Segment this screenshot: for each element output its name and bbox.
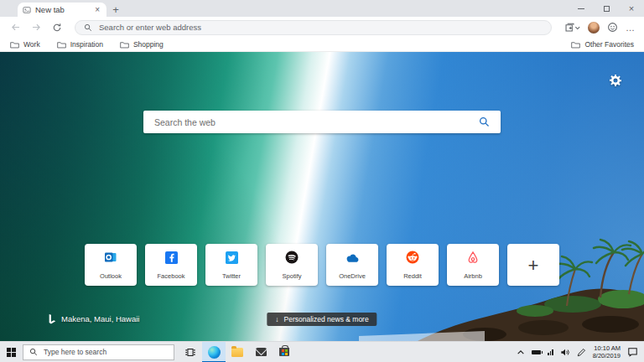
forward-button[interactable] <box>29 21 43 34</box>
newtab-favicon-icon <box>23 6 31 14</box>
taskbar-search-box[interactable] <box>23 344 174 360</box>
down-arrow-icon: ↓ <box>275 315 278 323</box>
start-button[interactable] <box>0 342 23 362</box>
profile-avatar[interactable] <box>588 20 600 35</box>
favorite-folder-work[interactable]: Work <box>10 40 40 49</box>
tile-outlook[interactable]: Outlook <box>85 244 137 286</box>
tile-label: Spotify <box>283 272 302 280</box>
favorite-folder-shopping[interactable]: Shopping <box>120 40 164 49</box>
system-tray: 10:10 AM 8/20/2019 <box>517 344 644 359</box>
task-view-button[interactable] <box>179 342 202 362</box>
settings-menu-button[interactable]: … <box>626 20 636 35</box>
taskbar-file-explorer-button[interactable] <box>226 342 249 362</box>
new-tab-button[interactable]: + <box>106 3 125 17</box>
tile-spotify[interactable]: Spotify <box>266 244 318 286</box>
address-bar[interactable] <box>75 20 552 35</box>
folder-icon <box>120 41 129 49</box>
tile-reddit[interactable]: Reddit <box>387 244 439 286</box>
airbnb-icon <box>466 251 480 264</box>
battery-icon[interactable] <box>532 350 541 354</box>
show-hidden-icons-chevron[interactable] <box>517 349 525 355</box>
web-search-input[interactable] <box>154 117 472 127</box>
quick-links-row: Outlook Facebook Twitter Spotify OneDriv… <box>85 244 559 286</box>
folder-icon <box>10 41 19 49</box>
other-favorites-folder[interactable]: Other Favorites <box>571 40 634 49</box>
refresh-button[interactable] <box>50 21 64 34</box>
bing-icon <box>48 313 56 324</box>
minimize-icon <box>578 8 584 9</box>
folder-icon <box>57 41 66 49</box>
add-site-tile[interactable]: + <box>507 244 559 286</box>
avatar-image <box>588 22 600 34</box>
web-search-box[interactable] <box>143 111 501 133</box>
tile-label: Facebook <box>158 272 185 280</box>
taskbar-store-button[interactable] <box>273 342 296 362</box>
address-input[interactable] <box>99 23 543 32</box>
edge-icon <box>208 346 221 359</box>
outlook-icon <box>104 251 117 264</box>
tile-label: Twitter <box>222 272 241 280</box>
reddit-icon <box>406 251 419 264</box>
newtab-page: Outlook Facebook Twitter Spotify OneDriv… <box>0 52 644 341</box>
taskbar-mail-button[interactable] <box>249 342 273 362</box>
twitter-icon <box>226 251 238 264</box>
tile-label: Airbnb <box>464 272 482 280</box>
taskbar-clock[interactable]: 10:10 AM 8/20/2019 <box>593 344 621 359</box>
page-settings-gear-button[interactable] <box>609 74 622 87</box>
favorite-folder-inspiration[interactable]: Inspiration <box>57 40 103 49</box>
action-center-icon[interactable] <box>627 347 638 357</box>
tab-new-tab[interactable]: New tab × <box>18 3 106 17</box>
file-explorer-icon <box>231 348 243 357</box>
pen-icon[interactable] <box>577 348 586 357</box>
mail-icon <box>256 348 267 356</box>
tab-bar: New tab × + × <box>0 0 644 17</box>
favorites-bar: Work Inspiration Shopping Other Favorite… <box>0 38 644 52</box>
location-label: Makena, Maui, Hawaii <box>61 314 139 323</box>
taskbar-apps <box>179 342 296 362</box>
tile-onedrive[interactable]: OneDrive <box>326 244 378 286</box>
tile-label: Reddit <box>403 272 422 280</box>
task-view-icon <box>184 347 196 358</box>
tile-facebook[interactable]: Facebook <box>145 244 197 286</box>
toolbar-right-icons: … <box>563 20 636 35</box>
windows-logo-icon <box>7 348 16 357</box>
microsoft-store-icon <box>279 348 289 356</box>
taskbar-search-icon <box>29 348 38 356</box>
gear-icon <box>609 74 622 87</box>
maximize-icon <box>604 6 610 12</box>
favorite-label: Work <box>23 40 40 49</box>
tile-twitter[interactable]: Twitter <box>205 244 257 286</box>
facebook-icon <box>165 251 178 264</box>
tile-label: OneDrive <box>339 272 366 280</box>
tab-title: New tab <box>35 5 89 14</box>
window-close-button[interactable]: × <box>619 0 644 17</box>
clock-date: 8/20/2019 <box>593 352 621 359</box>
back-button[interactable] <box>8 21 22 34</box>
tile-label: Outlook <box>100 272 122 280</box>
tab-close-icon[interactable]: × <box>93 6 101 14</box>
folder-icon <box>571 41 580 49</box>
other-favorites-label: Other Favorites <box>584 40 634 49</box>
wallpaper-location-attribution[interactable]: Makena, Maui, Hawaii <box>48 313 139 324</box>
taskbar-search-input[interactable] <box>44 348 168 356</box>
clock-time: 10:10 AM <box>593 344 621 352</box>
onedrive-icon <box>345 251 360 264</box>
spotify-icon <box>285 251 299 264</box>
favorite-label: Shopping <box>133 40 164 49</box>
windows-taskbar: 10:10 AM 8/20/2019 <box>0 341 644 362</box>
collections-button[interactable] <box>563 20 580 35</box>
feedback-smiley-button[interactable] <box>607 20 618 35</box>
plus-icon: + <box>528 256 539 275</box>
network-icon[interactable] <box>548 349 553 355</box>
web-search-submit-icon[interactable] <box>479 116 490 127</box>
window-minimize-button[interactable] <box>569 0 594 17</box>
address-search-icon <box>84 23 92 32</box>
window-controls: × <box>569 0 644 17</box>
favorite-label: Inspiration <box>70 40 103 49</box>
browser-toolbar: … <box>0 17 644 38</box>
volume-icon[interactable] <box>560 348 570 357</box>
personalized-news-button[interactable]: ↓ Personalized news & more <box>267 313 377 326</box>
taskbar-edge-button[interactable] <box>202 342 226 362</box>
window-maximize-button[interactable] <box>594 0 619 17</box>
tile-airbnb[interactable]: Airbnb <box>447 244 499 286</box>
